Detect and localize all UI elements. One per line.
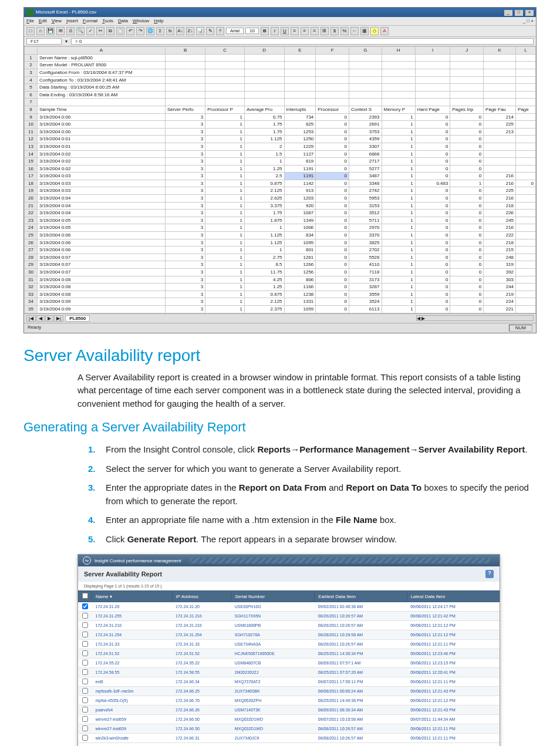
ic-cell-link[interactable]: 172.24.66.50 xyxy=(176,717,200,721)
data-cell[interactable]: 0 xyxy=(316,165,349,173)
data-cell[interactable]: 3/19/2004 0:09 xyxy=(38,305,166,313)
data-cell[interactable]: 0 xyxy=(450,121,484,129)
workbook-close-icon[interactable]: × xyxy=(531,18,534,23)
data-cell[interactable]: 3 xyxy=(165,298,205,306)
ic-cell-link[interactable]: mpfse-rt535LO(5) xyxy=(96,698,128,703)
sheet-tab[interactable]: PL8500 xyxy=(65,315,90,322)
data-cell[interactable]: 3 xyxy=(165,150,205,158)
col-header-G[interactable]: G xyxy=(349,47,382,55)
tab-next-icon[interactable]: ▶ xyxy=(45,315,53,322)
close-icon[interactable]: × xyxy=(525,10,534,16)
data-cell[interactable]: 3/19/2004 0:04 xyxy=(38,210,166,217)
chart-icon[interactable]: 📊 xyxy=(196,27,204,35)
sort-desc-icon[interactable]: Z↓ xyxy=(186,27,194,35)
data-cell[interactable]: 0 xyxy=(450,291,484,298)
data-cell[interactable] xyxy=(516,165,536,173)
ic-cell-link[interactable]: 08/08/2011 10:26:57 AM xyxy=(318,727,363,731)
data-cell[interactable]: 1.25 xyxy=(244,165,284,173)
data-cell[interactable]: 3 xyxy=(165,247,205,254)
data-cell[interactable]: 3 xyxy=(165,195,205,202)
ic-col-header[interactable]: IP Address xyxy=(172,591,231,602)
col-header-F[interactable]: F xyxy=(316,47,349,55)
data-cell[interactable]: 3/19/2004 0:00 xyxy=(38,128,166,136)
ic-cell-link[interactable]: USM7140T3K xyxy=(235,708,261,712)
ic-col-header[interactable]: Earliest Data Item xyxy=(315,591,407,602)
data-cell[interactable]: 0 xyxy=(415,113,450,121)
data-cell[interactable]: 0 xyxy=(415,195,450,202)
data-cell[interactable]: 1349 xyxy=(284,217,316,224)
data-cell[interactable]: 1 xyxy=(205,261,245,269)
tab-first-icon[interactable]: |◀ xyxy=(26,315,36,322)
data-cell[interactable] xyxy=(516,283,536,291)
ic-cell-link[interactable]: 2UX7340SBK xyxy=(235,689,260,693)
data-cell[interactable]: 3 xyxy=(165,180,205,187)
bold-icon[interactable]: B xyxy=(261,27,269,35)
data-cell[interactable]: 3487 xyxy=(349,173,382,180)
percent-icon[interactable]: % xyxy=(340,27,349,35)
merge-icon[interactable]: ⊞ xyxy=(321,27,329,35)
row-header[interactable]: 2 xyxy=(25,62,38,69)
data-cell[interactable]: 920 xyxy=(284,202,316,210)
col-header-H[interactable]: H xyxy=(382,47,415,55)
data-cell[interactable]: 0 xyxy=(316,173,349,180)
corner-cell[interactable] xyxy=(25,47,38,55)
ic-cell-link[interactable]: USM61800PB xyxy=(235,623,261,627)
data-cell[interactable]: 3/19/2004 0:07 xyxy=(38,254,166,261)
data-cell[interactable]: 225 xyxy=(484,187,516,195)
ic-cell-link[interactable]: USE734NA3A xyxy=(235,642,261,646)
ic-cell-link[interactable]: 172.24.58.55 xyxy=(176,670,200,674)
ic-col-header[interactable]: Latest Data Item xyxy=(407,591,499,602)
info-cell[interactable] xyxy=(38,99,166,106)
ic-cell-link[interactable]: 172.24.66.31 xyxy=(176,736,200,740)
row-checkbox[interactable] xyxy=(82,613,88,619)
data-cell[interactable]: 0 xyxy=(415,158,450,166)
ic-cell-link[interactable]: 172.24.31.33 xyxy=(176,642,200,646)
data-cell[interactable]: 0.483 xyxy=(415,180,450,187)
ic-cell-link[interactable]: HCJNE500719050DE xyxy=(235,652,275,656)
data-cell[interactable] xyxy=(516,195,536,202)
data-cell[interactable] xyxy=(516,187,536,195)
data-cell[interactable] xyxy=(516,113,536,121)
ic-cell-link[interactable]: winvm27-inst659 xyxy=(96,717,127,721)
data-cell[interactable] xyxy=(516,217,536,224)
data-cell[interactable]: 0 xyxy=(415,276,450,283)
data-cell[interactable]: 3/19/2004 0:04 xyxy=(38,195,166,202)
print-icon[interactable]: ⎙ xyxy=(66,27,75,35)
data-cell[interactable]: 1331 xyxy=(284,298,316,306)
data-cell[interactable]: 1 xyxy=(450,180,484,187)
align-right-icon[interactable]: ≡ xyxy=(311,27,319,35)
data-cell[interactable]: 1 xyxy=(205,173,245,180)
data-cell[interactable]: 3 xyxy=(165,261,205,269)
data-cell[interactable]: 0 xyxy=(316,202,349,210)
ic-cell-link[interactable]: 09/08/2011 12:24:17 PM xyxy=(410,605,456,609)
data-cell[interactable] xyxy=(516,121,536,129)
data-cell[interactable]: 1 xyxy=(382,291,415,298)
spellcheck-icon[interactable]: ✓ xyxy=(86,27,95,35)
data-cell[interactable] xyxy=(484,143,516,150)
data-cell[interactable] xyxy=(516,298,536,306)
row-checkbox[interactable] xyxy=(82,660,88,666)
info-cell[interactable]: Server Name : sql-pl8500 xyxy=(38,54,166,62)
data-cell[interactable] xyxy=(516,173,536,180)
data-cell[interactable]: 1.875 xyxy=(244,217,284,224)
ic-cell-link[interactable]: 08/26/2011 10:26:57 AM xyxy=(318,642,363,646)
ic-cell-link[interactable]: 09/08/2011 12:21:12 PM xyxy=(410,698,456,703)
align-center-icon[interactable]: ≡ xyxy=(301,27,309,35)
data-cell[interactable]: 7118 xyxy=(349,269,382,276)
row-header[interactable]: 23 xyxy=(25,217,38,224)
data-cell[interactable]: 1 xyxy=(382,224,415,232)
row-header[interactable]: 34 xyxy=(25,298,38,306)
data-cell[interactable]: 1238 xyxy=(284,291,316,298)
data-cell[interactable]: 1 xyxy=(382,305,415,313)
data-cell[interactable]: 3 xyxy=(165,276,205,283)
row-header[interactable]: 14 xyxy=(25,150,38,158)
paste-icon[interactable]: 📋 xyxy=(116,27,124,35)
data-cell[interactable]: 2691 xyxy=(349,121,382,129)
data-cell[interactable]: 0 xyxy=(450,232,484,239)
data-cell[interactable]: 0 xyxy=(450,298,484,306)
data-cell[interactable]: 0 xyxy=(316,305,349,313)
data-cell[interactable]: 0 xyxy=(415,202,450,210)
row-header[interactable]: 7 xyxy=(25,99,38,106)
data-cell[interactable]: 0 xyxy=(316,291,349,298)
data-cell[interactable]: 3 xyxy=(165,187,205,195)
